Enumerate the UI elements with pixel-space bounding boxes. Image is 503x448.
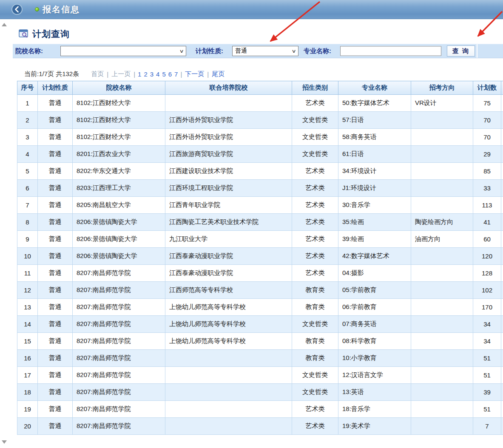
table-row: 13普通8207:南昌师范学院上饶幼儿师范高等专科学校教育类06:学前教育170 xyxy=(17,299,503,316)
table-cell-clipped xyxy=(501,418,503,435)
table-row: 2普通8102:江西财经大学江西外语外贸职业学院文史哲类57:日语70 xyxy=(17,112,503,129)
column-header: 序号 xyxy=(17,81,38,95)
page-number-link[interactable]: 7 xyxy=(174,71,178,78)
status-dot-icon xyxy=(35,7,39,11)
table-cell: 艺术类 xyxy=(292,197,338,214)
table-cell: 教育类 xyxy=(292,282,338,299)
table-cell: 06:学前教育 xyxy=(338,299,411,316)
table-row: 1普通8102:江西财经大学艺术类50:数字媒体艺术VR设计75 xyxy=(17,95,503,112)
table-row: 16普通8207:南昌师范学院教育类10:小学教育51 xyxy=(17,350,503,367)
first-page-link[interactable]: 首页 xyxy=(91,70,104,78)
page-number-link[interactable]: 1 xyxy=(138,71,141,78)
table-cell xyxy=(411,316,473,333)
table-cell xyxy=(411,112,473,129)
back-button[interactable] xyxy=(11,3,23,15)
table-cell: 艺术类 xyxy=(292,248,338,265)
major-name-input[interactable] xyxy=(340,46,441,56)
page-number-link[interactable]: 6 xyxy=(168,71,172,78)
page-number-link[interactable]: 4 xyxy=(156,71,159,78)
table-cell: 8207:南昌师范学院 xyxy=(73,367,165,384)
table-cell: 51 xyxy=(473,350,501,367)
table-cell: 艺术类 xyxy=(292,180,338,197)
table-cell-clipped xyxy=(501,180,503,197)
page-number-link[interactable]: 3 xyxy=(150,71,153,78)
table-cell-clipped xyxy=(501,197,503,214)
table-cell: 13 xyxy=(17,299,38,316)
pagination: 当前:1/7页 共132条 首页 | 上一页 | 1234567 | 下一页 |… xyxy=(24,69,226,79)
table-cell-clipped xyxy=(501,112,503,129)
column-header: 院校名称 xyxy=(73,81,165,95)
table-cell: 普通 xyxy=(38,95,73,112)
table-cell-clipped xyxy=(501,265,503,282)
column-header: 计划性质 xyxy=(38,81,73,95)
table-cell: 艺术类 xyxy=(292,231,338,248)
table-cell: 7 xyxy=(473,418,501,435)
table-cell-clipped xyxy=(501,248,503,265)
table-cell: 11 xyxy=(17,265,38,282)
school-select[interactable]: ∨ xyxy=(60,46,186,56)
table-cell: 教育类 xyxy=(292,350,338,367)
table-cell: 61:日语 xyxy=(338,146,411,163)
table-cell: 15 xyxy=(17,333,38,350)
table-row: 12普通8207:南昌师范学院江西师范高等专科学校教育类05:学前教育102 xyxy=(17,282,503,299)
table-row: 17普通8207:南昌师范学院文史哲类12:汉语言文学51 xyxy=(17,367,503,384)
pagination-summary: 当前:1/7页 共132条 xyxy=(24,70,79,78)
scroll-up-arrow-icon[interactable] xyxy=(2,23,7,26)
table-cell: 07:商务英语 xyxy=(338,316,411,333)
table-cell: 19 xyxy=(17,401,38,418)
table-cell: 普通 xyxy=(38,350,73,367)
prev-page-link[interactable]: 上一页 xyxy=(111,70,131,78)
table-cell: 艺术类 xyxy=(292,214,338,231)
column-header: 联合培养院校 xyxy=(165,81,292,95)
table-cell: 14 xyxy=(17,316,38,333)
table-cell xyxy=(411,163,473,180)
table-cell: 17 xyxy=(17,367,38,384)
table-cell: 35:绘画 xyxy=(338,214,411,231)
table-cell xyxy=(411,248,473,265)
table-cell: 3 xyxy=(17,129,38,146)
table-cell: 文史哲类 xyxy=(292,129,338,146)
table-cell: 16 xyxy=(17,350,38,367)
table-cell: 2 xyxy=(17,112,38,129)
table-cell xyxy=(411,384,473,401)
table-cell: 42:数字媒体艺术 xyxy=(338,248,411,265)
plan-query-icon xyxy=(19,29,29,39)
table-cell: 19:美术学 xyxy=(338,418,411,435)
table-cell: 江西建设职业技术学院 xyxy=(165,163,292,180)
query-button[interactable]: 查 询 xyxy=(447,45,475,57)
table-cell: 普通 xyxy=(38,129,73,146)
table-cell: 4 xyxy=(17,146,38,163)
table-cell: J1:环境设计 xyxy=(338,180,411,197)
table-cell: 12:汉语言文学 xyxy=(338,367,411,384)
table-cell xyxy=(411,197,473,214)
table-cell: 九江职业大学 xyxy=(165,231,292,248)
filter-bar-divider xyxy=(477,44,477,58)
page: 报名信息 计划查询 院校名称: ∨ 计划性质: 普通 ∨ 专业名称: 查 询 当… xyxy=(0,0,503,448)
plan-nature-select[interactable]: 普通 ∨ xyxy=(232,46,298,56)
table-cell: 1 xyxy=(17,95,38,112)
table-cell: 文史哲类 xyxy=(292,384,338,401)
table-cell: 艺术类 xyxy=(292,418,338,435)
filter-bar: 院校名称: ∨ 计划性质: 普通 ∨ 专业名称: 查 询 xyxy=(13,44,503,58)
column-header: 招生类别 xyxy=(292,81,338,95)
plan-table: 序号计划性质院校名称联合培养院校招生类别专业名称招考方向计划数收 1普通8102… xyxy=(17,81,503,435)
table-cell-clipped xyxy=(501,282,503,299)
table-cell: 34 xyxy=(473,316,501,333)
top-bar: 报名信息 xyxy=(0,0,503,19)
chevron-down-icon: ∨ xyxy=(291,48,296,54)
table-cell: 上饶幼儿师范高等专科学校 xyxy=(165,299,292,316)
scroll-down-arrow-icon[interactable] xyxy=(2,440,7,444)
page-number-link[interactable]: 2 xyxy=(144,71,147,78)
table-cell: 上饶幼儿师范高等专科学校 xyxy=(165,316,292,333)
table-cell: 普通 xyxy=(38,316,73,333)
table-cell: 39 xyxy=(473,384,501,401)
page-number-link[interactable]: 5 xyxy=(162,71,165,78)
table-cell: 04:摄影 xyxy=(338,265,411,282)
next-page-link[interactable]: 下一页 xyxy=(185,70,204,78)
table-cell: 39:绘画 xyxy=(338,231,411,248)
table-cell: 普通 xyxy=(38,248,73,265)
table-cell: 江西青年职业学院 xyxy=(165,197,292,214)
table-cell xyxy=(411,129,473,146)
last-page-link[interactable]: 尾页 xyxy=(212,70,225,78)
table-cell: 文史哲类 xyxy=(292,112,338,129)
